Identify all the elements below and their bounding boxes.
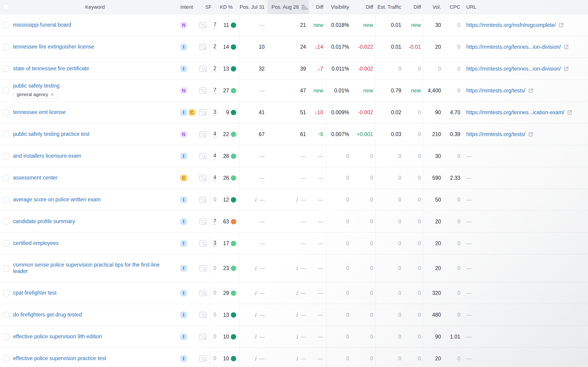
url-link[interactable]: https://mmtests.org/tennes...ion-divisio… — [466, 44, 569, 50]
row-checkbox[interactable] — [3, 312, 9, 318]
url-link[interactable]: https://mmtests.org/msfnlregcomplete/ — [466, 22, 564, 28]
info-icon[interactable]: i — [254, 334, 256, 340]
column-header-pos-diff[interactable]: Diff — [309, 0, 327, 14]
column-header-url[interactable]: URL — [462, 0, 588, 14]
info-icon[interactable]: i — [296, 334, 298, 340]
row-checkbox[interactable] — [3, 356, 9, 362]
row-checkbox[interactable] — [3, 153, 9, 159]
column-header-pos-aug-28[interactable]: Pos. Aug 28 — [268, 0, 309, 14]
volume-cell: 480 — [423, 304, 443, 326]
external-link-icon[interactable] — [528, 88, 534, 93]
info-icon[interactable]: i — [254, 355, 256, 362]
keyword-link[interactable]: public safety testing — [13, 83, 59, 89]
column-header-kd[interactable]: KD % — [220, 0, 240, 14]
column-header-volume[interactable]: Vol. — [423, 0, 443, 14]
external-link-icon[interactable] — [564, 44, 569, 50]
kd-value: 10 — [223, 334, 229, 340]
pos-aug-28-cell-value: 39 — [300, 66, 306, 72]
url-link[interactable]: https://mmtests.org/tests/ — [466, 88, 534, 94]
row-checkbox[interactable] — [3, 218, 9, 225]
kd-difficulty-dot — [231, 291, 236, 296]
column-header-cpc[interactable]: CPC — [443, 0, 462, 14]
serp-features-count[interactable]: 4 — [213, 131, 216, 137]
info-icon[interactable]: i — [296, 355, 298, 362]
serp-features-count[interactable]: 2 — [213, 44, 216, 50]
column-header-sf[interactable]: SF — [196, 0, 220, 14]
serp-features-count[interactable]: 2 — [213, 66, 216, 72]
cpc-cell: 0 — [443, 145, 462, 167]
row-checkbox[interactable] — [3, 66, 9, 72]
column-header-est-traffic[interactable]: Est. Traffic — [376, 0, 402, 14]
keyword-link[interactable]: state of tennessee fire certificate — [13, 66, 89, 72]
tag-remove-icon[interactable]: ✕ — [50, 92, 54, 97]
keyword-link[interactable]: and installers licensure exam — [13, 153, 81, 159]
row-checkbox[interactable] — [3, 334, 9, 340]
row-checkbox[interactable] — [3, 109, 9, 116]
serp-features-count[interactable]: 3 — [213, 109, 216, 116]
url-link[interactable]: https://mmtests.org/tests/ — [466, 131, 534, 137]
visibility-diff-cell-value: 0 — [370, 356, 373, 362]
keyword-link[interactable]: effective police supervision 9th edition — [13, 334, 102, 340]
kd-difficulty-dot — [231, 66, 236, 71]
keyword-link[interactable]: average score on police written exam — [13, 196, 101, 203]
row-checkbox[interactable] — [3, 88, 9, 94]
info-icon[interactable]: i — [296, 265, 298, 271]
keyword-tag-label: general agency — [17, 92, 48, 97]
keyword-link[interactable]: effective police supervision practice te… — [13, 355, 106, 362]
keyword-link[interactable]: common sense police supervision practica… — [13, 262, 166, 274]
row-checkbox[interactable] — [3, 240, 9, 247]
row-checkbox[interactable] — [3, 265, 9, 271]
row-checkbox[interactable] — [3, 44, 9, 50]
serp-features-count[interactable]: 4 — [213, 153, 216, 159]
visibility-diff-cell-value: 0 — [370, 197, 373, 203]
info-icon[interactable]: i — [254, 290, 256, 296]
serp-features-count[interactable]: 7 — [213, 218, 216, 225]
serp-features-count[interactable]: 7 — [213, 22, 216, 28]
column-header-intent[interactable]: Intent — [177, 0, 196, 14]
url-link[interactable]: https://mmtests.org/tennes...ication-exa… — [466, 109, 573, 116]
keyword-link[interactable]: tennessee fire extinguisher license — [13, 44, 94, 50]
url-link[interactable]: https://mmtests.org/tennes...ion-divisio… — [466, 66, 569, 72]
column-header-est-traffic-diff[interactable]: Diff — [402, 0, 423, 14]
external-link-icon[interactable] — [564, 66, 569, 72]
keyword-link[interactable]: tennessee emt license — [13, 109, 66, 116]
keyword-link[interactable]: mississippi funeral board — [13, 22, 71, 28]
info-icon[interactable]: i — [254, 196, 256, 203]
keyword-link[interactable]: candidate profile summary — [13, 218, 75, 225]
pos-aug-28-cell: i— — [268, 348, 309, 367]
info-icon[interactable]: i — [296, 196, 298, 203]
visibility-diff-cell: 0 — [351, 211, 376, 232]
serp-features-count[interactable]: 4 — [213, 175, 216, 181]
serp-features-count[interactable]: 7 — [213, 87, 216, 94]
cpc-cell: 0 — [443, 80, 462, 101]
kd-value: 10 — [223, 356, 229, 362]
keyword-link[interactable]: cpat firefighter test — [13, 290, 57, 296]
select-all-checkbox[interactable] — [3, 4, 9, 10]
keyword-link[interactable]: public safety testing practice test — [13, 131, 89, 137]
keyword-link[interactable]: certified employees — [13, 240, 58, 247]
keyword-link[interactable]: assessment center — [13, 175, 57, 181]
row-checkbox[interactable] — [3, 197, 9, 203]
intent-badge-I: I — [180, 334, 187, 340]
row-checkbox[interactable] — [3, 131, 9, 137]
info-icon[interactable]: i — [254, 312, 256, 318]
info-icon[interactable]: i — [254, 265, 256, 271]
cpc-cell: 0 — [443, 14, 462, 36]
row-checkbox[interactable] — [3, 22, 9, 28]
column-header-keyword[interactable]: Keyword — [11, 0, 177, 14]
column-header-pos-jul-31[interactable]: Pos. Jul 31 — [240, 0, 268, 14]
info-icon[interactable]: i — [296, 290, 298, 296]
serp-features-count[interactable]: 3 — [213, 240, 216, 247]
external-link-icon[interactable] — [567, 110, 573, 115]
column-header-visibility-diff[interactable]: Diff — [351, 0, 376, 14]
keyword-link[interactable]: do firefighters get drug tested — [13, 312, 82, 318]
intent-cell: I — [177, 145, 196, 167]
column-header-visibility[interactable]: Visibility — [327, 0, 351, 14]
info-icon[interactable]: i — [296, 312, 298, 318]
external-link-icon[interactable] — [528, 132, 534, 137]
external-link-icon[interactable] — [558, 22, 564, 28]
url-empty-dash: — — [466, 312, 472, 318]
est-traffic-diff-cell-value: 0 — [418, 240, 421, 247]
row-checkbox[interactable] — [3, 175, 9, 181]
row-checkbox[interactable] — [3, 290, 9, 296]
